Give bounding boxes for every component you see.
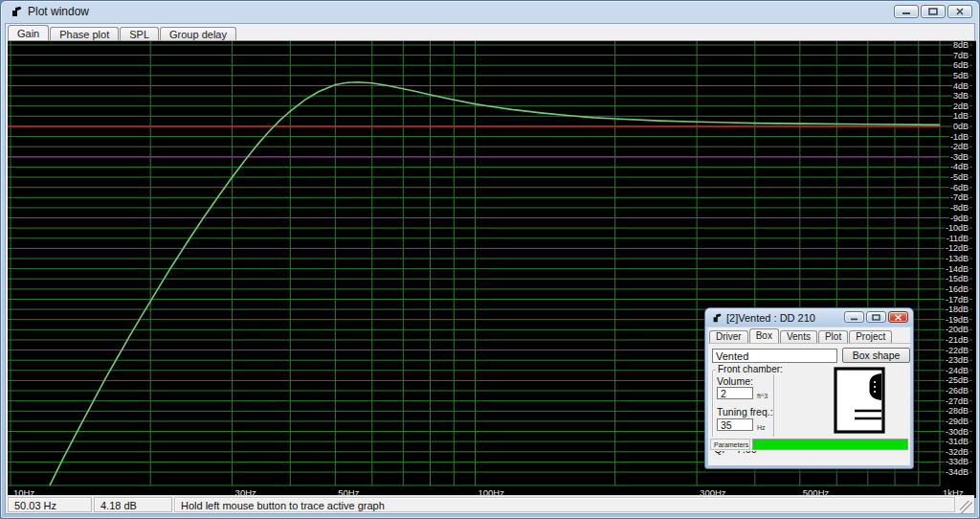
dialog-window-controls: [844, 311, 908, 323]
svg-text:-5dB: -5dB: [950, 172, 969, 182]
maximize-icon: [928, 8, 938, 15]
box-type-field[interactable]: [712, 349, 837, 363]
cursor-frequency-readout: 50.03 Hz: [8, 497, 92, 512]
window-title: Plot window: [28, 5, 89, 18]
progress-fill: [753, 440, 907, 449]
dialog-maximize-icon: [872, 314, 880, 321]
svg-text:7dB: 7dB: [953, 51, 969, 60]
cursor-value-readout: 4.18 dB: [94, 497, 172, 512]
svg-text:-17dB: -17dB: [946, 295, 969, 305]
svg-text:-33dB: -33dB: [946, 457, 969, 466]
svg-text:-30dB: -30dB: [946, 427, 969, 437]
dialog-title: [2]Vented : DD 210: [726, 312, 815, 324]
svg-text:-15dB: -15dB: [946, 274, 969, 283]
svg-text:8dB: 8dB: [953, 41, 969, 50]
svg-text:-20dB: -20dB: [946, 325, 969, 334]
svg-text:-13dB: -13dB: [946, 254, 969, 263]
svg-text:5dB: 5dB: [953, 71, 969, 80]
svg-text:-32dB: -32dB: [946, 447, 969, 457]
dialog-maximize-button[interactable]: [866, 311, 886, 323]
svg-text:-10dB: -10dB: [946, 223, 969, 233]
svg-text:-7dB: -7dB: [950, 192, 969, 202]
parameters-status-label: Parameters: [710, 439, 750, 450]
svg-text:-25dB: -25dB: [946, 375, 969, 385]
dialog-minimize-icon: [850, 314, 858, 321]
svg-text:-3dB: -3dB: [950, 152, 969, 162]
svg-text:-27dB: -27dB: [946, 396, 969, 406]
svg-text:-9dB: -9dB: [950, 214, 969, 223]
dialog-minimize-button[interactable]: [844, 311, 864, 323]
volume-input[interactable]: [717, 387, 753, 399]
svg-text:-28dB: -28dB: [946, 406, 969, 416]
tab-phase-plot[interactable]: Phase plot: [50, 27, 119, 40]
close-icon: [955, 8, 965, 15]
minimize-button[interactable]: [894, 5, 919, 18]
tab-group-delay[interactable]: Group delay: [160, 27, 236, 40]
svg-text:-2dB: -2dB: [950, 142, 969, 151]
tuning-freq-label: Tuning freq.:: [717, 406, 773, 417]
tab-box[interactable]: Box: [749, 328, 779, 343]
tuning-freq-input[interactable]: [717, 418, 753, 431]
svg-text:3dB: 3dB: [953, 91, 969, 101]
tab-project[interactable]: Project: [849, 330, 892, 343]
svg-text:-23dB: -23dB: [946, 355, 969, 365]
front-chamber-legend: Front chamber:: [716, 364, 785, 374]
svg-text:-29dB: -29dB: [946, 417, 969, 426]
minimize-icon: [902, 8, 911, 15]
svg-text:-18dB: -18dB: [946, 305, 969, 314]
maximize-button[interactable]: [921, 5, 946, 18]
dialog-close-button[interactable]: [888, 311, 908, 323]
svg-text:-19dB: -19dB: [946, 315, 969, 325]
svg-text:4dB: 4dB: [953, 81, 969, 91]
tuning-freq-unit: Hz: [757, 424, 766, 431]
svg-text:-26dB: -26dB: [946, 386, 969, 395]
box-tab-content: Box shape Front chamber: Volume: ft^3 Tu…: [708, 343, 910, 451]
svg-text:-12dB: -12dB: [946, 243, 969, 253]
svg-text:-4dB: -4dB: [950, 162, 969, 171]
close-button[interactable]: [947, 5, 972, 18]
svg-text:-1dB: -1dB: [950, 132, 969, 142]
svg-text:-34dB: -34dB: [946, 467, 969, 477]
svg-text:6dB: 6dB: [953, 60, 969, 70]
app-icon: [10, 5, 23, 18]
status-bar: 50.03 Hz 4.18 dB Hold left mouse button …: [6, 495, 974, 513]
tab-spl[interactable]: SPL: [120, 27, 159, 40]
dialog-app-icon: [711, 312, 723, 324]
tab-plot[interactable]: Plot: [818, 330, 848, 343]
svg-text:-21dB: -21dB: [946, 335, 969, 345]
tab-gain[interactable]: Gain: [8, 25, 49, 40]
tab-driver[interactable]: Driver: [709, 330, 748, 343]
svg-text:0dB: 0dB: [953, 122, 969, 131]
tab-vents[interactable]: Vents: [780, 330, 817, 343]
svg-text:-8dB: -8dB: [950, 203, 969, 213]
dialog-close-icon: [894, 314, 902, 321]
svg-text:-31dB: -31dB: [946, 437, 969, 446]
svg-text:-24dB: -24dB: [946, 366, 969, 375]
volume-unit: ft^3: [757, 393, 768, 399]
svg-text:1dB: 1dB: [953, 111, 969, 121]
svg-text:-14dB: -14dB: [946, 264, 969, 274]
parameters-progress-bar: [752, 439, 908, 450]
svg-text:-22dB: -22dB: [946, 346, 969, 355]
vented-box-dialog: [2]Vented : DD 210 Driver Box Vents Plot…: [704, 307, 914, 469]
dialog-client: Driver Box Vents Plot Project Box shape …: [708, 327, 910, 465]
dialog-status-strip: Parameters: [708, 437, 910, 451]
plot-tabstrip: Gain Phase plot SPL Group delay: [6, 24, 974, 40]
front-chamber-group: Front chamber: Volume: ft^3 Tuning freq.…: [712, 370, 774, 438]
svg-text:-6dB: -6dB: [950, 183, 969, 192]
dialog-tabstrip: Driver Box Vents Plot Project: [708, 327, 910, 343]
volume-label: Volume:: [717, 375, 753, 387]
box-schematic-drawing: [833, 366, 886, 435]
dialog-titlebar[interactable]: [2]Vented : DD 210: [705, 308, 913, 327]
plot-window-titlebar[interactable]: Plot window: [1, 1, 979, 22]
svg-text:2dB: 2dB: [953, 102, 969, 111]
window-controls: [894, 5, 972, 18]
svg-text:-11dB: -11dB: [947, 234, 969, 243]
box-shape-button[interactable]: Box shape: [842, 348, 910, 363]
resize-grip[interactable]: [960, 501, 972, 513]
svg-text:-16dB: -16dB: [946, 284, 969, 294]
status-hint-text: Hold left mouse button to trace active g…: [174, 497, 955, 512]
